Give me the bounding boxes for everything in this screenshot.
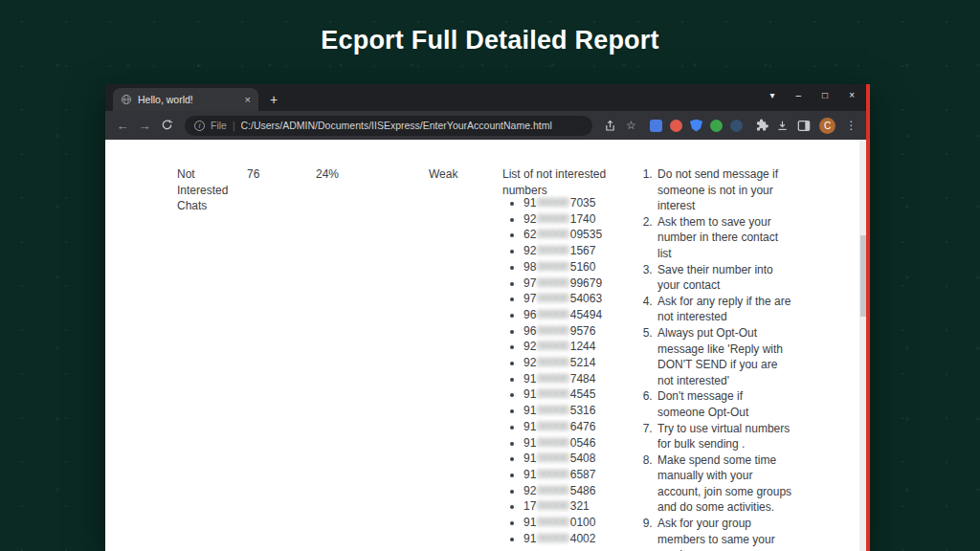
tip-item: Make spend some time manually with your … xyxy=(656,452,792,516)
numbers-list-title: List of not interested numbers xyxy=(502,166,612,198)
phone-number-item: 96000009576 xyxy=(523,323,602,340)
tips-list: Do not send message if someone is not in… xyxy=(641,166,792,551)
address-bar[interactable]: i File | C:/Users/ADMIN/Documents/IISExp… xyxy=(185,116,592,136)
tab-close-icon[interactable]: × xyxy=(245,94,251,105)
window-controls: ▾ – □ × xyxy=(770,90,855,100)
browser-tab[interactable]: Hello, world! × xyxy=(113,88,258,111)
phone-number-item: 91000005408 xyxy=(523,451,602,467)
kebab-menu-icon[interactable]: ⋮ xyxy=(842,120,860,131)
bookmark-star-icon[interactable]: ☆ xyxy=(622,120,640,131)
download-icon[interactable] xyxy=(773,120,791,132)
minimize-icon[interactable]: – xyxy=(796,90,802,100)
side-panel-icon[interactable] xyxy=(794,120,813,132)
phone-number-item: 91000007035 xyxy=(523,195,602,211)
profile-avatar[interactable]: C xyxy=(819,118,835,134)
phone-number-item: 960000045494 xyxy=(523,307,602,323)
page-title: Ecport Full Detailed Report xyxy=(0,26,980,55)
phone-number-item: 92000001740 xyxy=(523,211,602,228)
address-path: C:/Users/ADMIN/Documents/IISExpress/Ente… xyxy=(241,120,552,131)
phone-number-item: 91000006587 xyxy=(523,467,602,483)
globe-favicon-icon xyxy=(121,94,132,105)
extensions-cluster xyxy=(646,120,746,132)
new-tab-button[interactable]: + xyxy=(270,93,278,106)
phone-number-item: 91000004002 xyxy=(523,531,602,547)
back-icon[interactable]: ← xyxy=(113,120,132,132)
extension-icon-green-circle[interactable] xyxy=(710,120,723,132)
tip-item: Do not send message if someone is not in… xyxy=(656,166,792,214)
phone-number-item: 98000005160 xyxy=(523,259,602,276)
phone-number-item: 91000000546 xyxy=(523,435,602,452)
reload-icon[interactable] xyxy=(157,119,176,133)
extension-icon-blue-square[interactable] xyxy=(650,120,662,132)
tip-item: Don't message if someone Opt-Out xyxy=(656,388,792,420)
phone-number-item: 970000099679 xyxy=(523,276,602,292)
tip-item: Ask them to save your number in there co… xyxy=(656,214,792,262)
row-percent: 24% xyxy=(316,166,339,183)
tip-item: Ask for any reply if the are not interes… xyxy=(656,294,792,325)
row-strength: Weak xyxy=(429,166,457,183)
phone-number-item: 92000005214 xyxy=(523,355,602,371)
browser-window: Hello, world! × + ▾ – □ × ← → i File | C… xyxy=(105,84,868,551)
phone-number-item: 620000009535 xyxy=(523,227,602,243)
address-divider: | xyxy=(233,121,235,131)
extensions-puzzle-icon[interactable] xyxy=(752,119,770,132)
report-page-content: Not Interested Chats 76 24% Weak List of… xyxy=(105,140,868,551)
phone-number-item: 92000001567 xyxy=(523,243,602,259)
info-icon[interactable]: i xyxy=(194,121,205,131)
numbers-list: 9100000703592000001740620000009535920000… xyxy=(508,195,602,546)
phone-number-item: 91000007484 xyxy=(523,371,602,387)
tip-item: Ask for your group members to same your … xyxy=(656,516,792,551)
phone-number-item: 91000006476 xyxy=(523,419,602,435)
extension-icon-red-circle[interactable] xyxy=(670,120,682,132)
tab-strip: Hello, world! × + ▾ – □ × xyxy=(105,84,868,111)
maximize-icon[interactable]: □ xyxy=(822,90,828,100)
tip-item: Save their number into your contact xyxy=(656,262,792,294)
phone-number-item: 1700000321 xyxy=(523,498,602,515)
close-icon[interactable]: × xyxy=(849,90,855,100)
browser-toolbar: ← → i File | C:/Users/ADMIN/Documents/II… xyxy=(105,111,868,140)
tab-title: Hello, world! xyxy=(138,94,239,105)
address-scheme: File xyxy=(211,120,227,131)
phone-number-item: 92000001244 xyxy=(523,339,602,355)
forward-icon[interactable]: → xyxy=(135,120,154,132)
phone-number-item: 91000004545 xyxy=(523,386,602,403)
red-border-line xyxy=(866,84,870,551)
share-icon[interactable] xyxy=(601,120,619,132)
phone-number-item: 91000005316 xyxy=(523,403,602,419)
phone-number-item: 970000054063 xyxy=(523,291,602,307)
window-menu-chevron-icon[interactable]: ▾ xyxy=(770,90,775,100)
phone-number-item: 92000005486 xyxy=(523,483,602,499)
row-label: Not Interested Chats xyxy=(177,166,236,214)
tip-item: Try to use virtual numbers for bulk send… xyxy=(656,421,792,452)
row-count: 76 xyxy=(247,166,259,183)
tip-item: Always put Opt-Out message like 'Reply w… xyxy=(656,325,792,388)
phone-number-item: 91000000100 xyxy=(523,515,602,531)
extension-icon-blue-shield[interactable] xyxy=(690,120,702,132)
extension-icon-navy-circle[interactable] xyxy=(730,120,743,132)
